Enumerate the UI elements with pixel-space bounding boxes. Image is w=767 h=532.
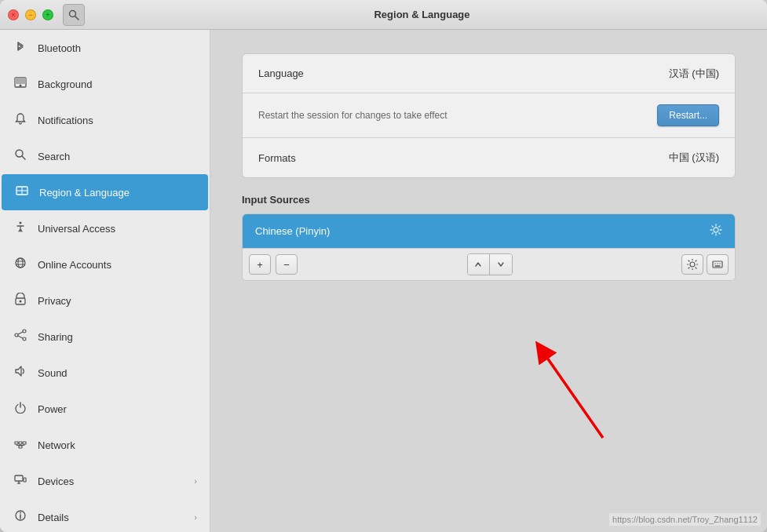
window-title: Region & Language [85, 9, 759, 20]
search-button[interactable] [63, 4, 85, 26]
sidebar-item-power[interactable]: Power [0, 391, 210, 427]
svg-rect-32 [24, 478, 26, 482]
svg-point-18 [15, 333, 18, 337]
notifications-icon [13, 112, 28, 128]
input-source-chinese-pinyin[interactable]: Chinese (Pinyin) [243, 214, 735, 248]
app-window: × − + Region & Language [0, 0, 767, 532]
sidebar-item-region-language[interactable]: Region & Language [2, 174, 208, 210]
svg-line-43 [542, 350, 603, 438]
sidebar-item-label: Online Accounts [38, 259, 197, 271]
move-up-button[interactable] [468, 254, 490, 275]
sidebar-item-label: Background [38, 78, 197, 90]
power-icon [13, 401, 28, 417]
sound-icon [13, 365, 28, 381]
titlebar: × − + Region & Language [0, 0, 767, 30]
sidebar-item-devices[interactable]: Devices › [0, 463, 210, 499]
language-card: Language 汉语 (中国) Restart the session for… [242, 53, 736, 178]
sidebar-item-label: Universal Access [38, 223, 197, 235]
universal-access-icon [13, 220, 28, 236]
svg-rect-3 [15, 78, 26, 84]
devices-icon [13, 473, 28, 489]
window-controls: × − + [8, 9, 53, 20]
region-language-icon [14, 184, 30, 200]
sidebar-item-online-accounts[interactable]: Online Accounts [0, 246, 210, 282]
language-label: Language [258, 67, 669, 79]
svg-point-11 [16, 258, 25, 268]
watermark: https://blog.csdn.net/Troy_Zhang1112 [609, 513, 761, 526]
svg-rect-23 [19, 442, 22, 444]
sidebar-item-label: Sound [38, 367, 197, 379]
main-area: Language 汉语 (中国) Restart the session for… [210, 30, 767, 532]
sidebar-item-label: Devices [38, 476, 184, 487]
language-row: Language 汉语 (中国) [243, 54, 735, 93]
language-value: 汉语 (中国) [669, 67, 719, 81]
sidebar-item-label: Notifications [38, 115, 197, 126]
search-sidebar-icon [13, 148, 28, 164]
input-sources-toolbar: + − [243, 248, 735, 280]
bluetooth-icon [13, 40, 28, 56]
svg-line-20 [18, 332, 23, 334]
sidebar-item-label: Network [38, 439, 197, 451]
sharing-icon [13, 329, 28, 344]
sidebar-item-label: Privacy [38, 295, 197, 307]
privacy-icon [13, 293, 28, 308]
details-icon [13, 509, 28, 525]
sidebar-item-universal-access[interactable]: Universal Access [0, 210, 210, 246]
sidebar-item-label: Details [38, 512, 184, 523]
sidebar-item-label: Sharing [38, 331, 197, 343]
chevron-right-icon: › [194, 476, 197, 486]
svg-point-17 [23, 330, 26, 333]
right-toolbar-buttons [681, 254, 729, 275]
sidebar-item-label: Search [38, 151, 197, 162]
formats-label: Formats [258, 152, 669, 164]
sidebar-item-sharing[interactable]: Sharing [0, 319, 210, 355]
minimize-button[interactable]: − [25, 9, 36, 20]
close-button[interactable]: × [8, 9, 19, 20]
svg-point-4 [20, 85, 22, 87]
svg-line-1 [75, 16, 79, 20]
input-sources-title: Input Sources [242, 194, 736, 206]
svg-point-12 [18, 258, 23, 268]
svg-point-16 [20, 301, 22, 303]
sidebar-item-notifications[interactable]: Notifications [0, 102, 210, 138]
svg-line-21 [18, 336, 23, 338]
add-input-source-button[interactable]: + [249, 254, 271, 275]
restart-row: Restart the session for changes to take … [243, 93, 735, 138]
formats-value: 中国 (汉语) [669, 151, 719, 165]
restart-note: Restart the session for changes to take … [258, 110, 657, 121]
input-preferences-button[interactable] [681, 254, 703, 275]
svg-rect-24 [15, 442, 18, 444]
sidebar-item-details[interactable]: Details › [0, 499, 210, 532]
sidebar-item-network[interactable]: Network [0, 427, 210, 463]
chevron-right-icon: › [194, 512, 197, 522]
sidebar-item-sound[interactable]: Sound [0, 355, 210, 391]
maximize-button[interactable]: + [42, 9, 53, 20]
svg-point-37 [20, 512, 21, 514]
sidebar-item-privacy[interactable]: Privacy [0, 282, 210, 319]
keyboard-layout-button[interactable] [707, 254, 729, 275]
svg-rect-31 [15, 476, 23, 481]
input-source-gear-icon[interactable] [710, 224, 722, 239]
online-accounts-icon [13, 257, 28, 272]
window-body: Bluetooth Background [0, 30, 767, 532]
svg-rect-25 [23, 442, 26, 444]
svg-point-10 [20, 222, 22, 224]
svg-rect-22 [19, 446, 22, 448]
formats-row: Formats 中国 (汉语) [243, 138, 735, 177]
sidebar-item-background[interactable]: Background [0, 66, 210, 102]
sidebar-item-label: Region & Language [39, 187, 195, 199]
svg-rect-38 [713, 261, 722, 268]
svg-line-6 [22, 156, 25, 159]
move-down-button[interactable] [490, 254, 512, 275]
input-source-label: Chinese (Pinyin) [255, 225, 710, 237]
network-icon [13, 437, 28, 453]
background-icon [13, 76, 28, 92]
sidebar-item-search[interactable]: Search [0, 138, 210, 174]
input-sources-card: Chinese (Pinyin) + − [242, 213, 736, 281]
remove-input-source-button[interactable]: − [276, 254, 298, 275]
sidebar: Bluetooth Background [0, 30, 210, 532]
sidebar-item-bluetooth[interactable]: Bluetooth [0, 30, 210, 66]
restart-button[interactable]: Restart... [657, 104, 719, 126]
main-content: Language 汉语 (中国) Restart the session for… [210, 30, 767, 304]
sidebar-item-label: Power [38, 403, 197, 415]
